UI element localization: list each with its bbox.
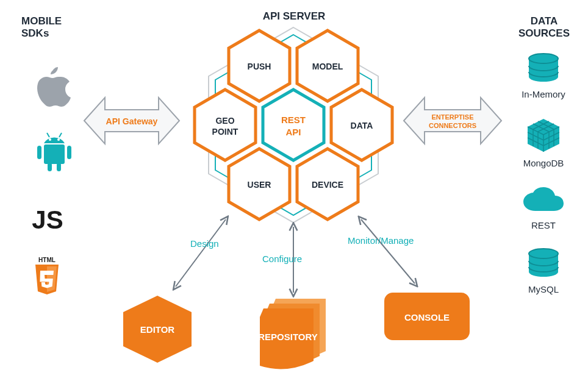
header-data-sources-2: SOURCES <box>518 27 570 39</box>
html5-icon: HTML <box>35 257 59 294</box>
hex-push: PUSH <box>248 62 271 71</box>
hex-data: DATA <box>351 121 373 130</box>
label-configure: Configure <box>262 254 302 264</box>
repository-shape: REPOSITORY <box>258 299 326 369</box>
svg-rect-2 <box>67 146 71 159</box>
header-sdks: MOBILE <box>21 15 62 27</box>
label-design: Design <box>190 238 219 249</box>
editor-label: EDITOR <box>140 324 175 335</box>
rest-cloud-icon <box>523 187 564 211</box>
hex-rest1: REST <box>281 115 306 125</box>
src-mysql: MySQL <box>528 284 559 294</box>
mongodb-icon <box>528 119 559 152</box>
header-api-server: API SERVER <box>263 10 326 22</box>
svg-point-8 <box>57 138 60 141</box>
hex-user: USER <box>248 180 271 190</box>
connectors-label-2: CONNECTORS <box>429 122 476 129</box>
src-rest: REST <box>531 220 556 230</box>
src-mongodb: MongoDB <box>523 158 564 168</box>
header-data-sources: DATA <box>531 15 558 27</box>
console-shape: CONSOLE <box>384 293 470 340</box>
api-gateway-label: API Gateway <box>106 116 158 126</box>
svg-marker-15 <box>263 90 324 160</box>
repository-label: REPOSITORY <box>258 332 318 342</box>
svg-point-7 <box>49 138 51 141</box>
android-icon <box>37 133 71 171</box>
svg-line-6 <box>59 133 62 137</box>
hex-geo1: GEO <box>215 116 234 126</box>
honeycomb: PUSH MODEL GEO POINT REST API DATA USER … <box>195 30 392 219</box>
console-label: CONSOLE <box>404 312 450 322</box>
hex-model: MODEL <box>312 62 343 71</box>
src-inmemory: In-Memory <box>522 89 565 99</box>
header-sdks-line2: SDKs <box>21 27 49 39</box>
hex-device: DEVICE <box>312 180 343 190</box>
mysql-icon <box>529 249 558 277</box>
hex-rest2: API <box>285 127 301 137</box>
inmemory-icon <box>529 54 558 82</box>
svg-rect-0 <box>44 144 65 164</box>
js-icon: JS <box>32 205 63 234</box>
label-monitor: Monitor/Manage <box>348 235 414 246</box>
svg-text:HTML: HTML <box>38 257 56 263</box>
enterprise-connectors-arrow: ENTERPTISE CONNECTORS <box>404 98 501 144</box>
apple-icon <box>37 67 71 107</box>
svg-line-29 <box>176 219 226 287</box>
api-gateway-arrow: API Gateway <box>84 98 179 144</box>
svg-rect-3 <box>48 163 52 171</box>
svg-line-31 <box>361 219 415 283</box>
hex-geo2: POINT <box>212 127 238 137</box>
svg-rect-4 <box>57 163 61 171</box>
svg-rect-1 <box>37 146 41 159</box>
svg-line-5 <box>47 133 49 137</box>
connectors-label-1: ENTERPTISE <box>431 113 473 121</box>
editor-shape: EDITOR <box>123 296 192 363</box>
